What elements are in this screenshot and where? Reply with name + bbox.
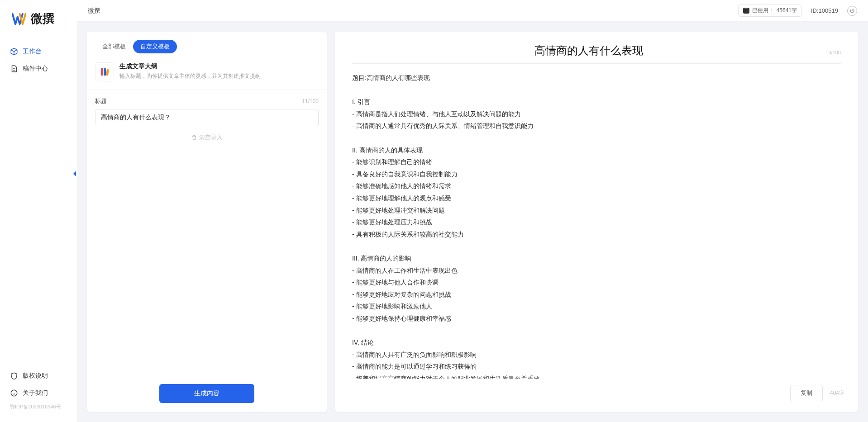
nav-about[interactable]: 关于我们 xyxy=(0,384,77,402)
template-tabs: 全部模板 自定义模板 xyxy=(95,40,319,53)
icp-text: 鄂ICP备2022016946号 xyxy=(0,402,77,412)
user-id: ID:100519 xyxy=(811,7,838,14)
svg-rect-2 xyxy=(104,68,106,76)
template-icon xyxy=(95,62,114,81)
sidebar-bottom: 版权说明 关于我们 鄂ICP备2022016946号 xyxy=(0,367,77,422)
article-footer: 复制 404字 xyxy=(335,379,858,412)
nav-label: 工作台 xyxy=(23,47,42,56)
clear-input-button[interactable]: 清空录入 xyxy=(95,133,319,142)
output-panel: 高情商的人有什么表现 10/100 题目:高情商的人有哪些表现 I. 引言 - … xyxy=(335,32,858,412)
text-chip-icon: T xyxy=(743,8,749,14)
nav-main: 工作台 稿件中心 xyxy=(0,39,77,81)
word-count: 404字 xyxy=(830,389,844,397)
logo-text: 微撰 xyxy=(31,11,54,27)
field-label-title: 标题 xyxy=(95,97,107,105)
generate-button[interactable]: 生成内容 xyxy=(159,384,254,403)
left-actions: 生成内容 xyxy=(87,375,327,412)
field-counter: 11/100 xyxy=(302,98,319,104)
nav-label: 稿件中心 xyxy=(23,65,48,73)
nav-copyright[interactable]: 版权说明 xyxy=(0,367,77,384)
article-title[interactable]: 高情商的人有什么表现 xyxy=(352,43,825,58)
main-area: 全部模板 自定义模板 生成文章大纲 输入标题，为你提供文章主体的灵感，并为其创建… xyxy=(77,22,868,422)
topbar: 微撰 T 已使用： 45641字 ID:100519 xyxy=(77,0,868,22)
tab-all-templates[interactable]: 全部模板 xyxy=(95,40,133,53)
shield-icon xyxy=(10,372,18,380)
info-icon xyxy=(10,389,18,397)
article-title-counter: 10/100 xyxy=(825,50,841,55)
sidebar: 微撰 工作台 稿件中心 版权说明 关于我们 鄂ICP备2022016946号 xyxy=(0,0,77,422)
template-title: 生成文章大纲 xyxy=(119,62,261,71)
cube-icon xyxy=(10,47,18,56)
power-button[interactable] xyxy=(847,6,857,16)
breadcrumb: 微撰 xyxy=(88,7,100,15)
article-header: 高情商的人有什么表现 10/100 xyxy=(335,32,858,67)
svg-rect-1 xyxy=(101,68,103,76)
copy-button[interactable]: 复制 xyxy=(790,385,823,401)
nav-label: 版权说明 xyxy=(23,372,48,380)
article-body[interactable]: 题目:高情商的人有哪些表现 I. 引言 - 高情商是指人们处理情绪、与他人互动以… xyxy=(335,67,858,379)
template-card: 生成文章大纲 输入标题，为你提供文章主体的灵感，并为其创建推文提纲 xyxy=(87,58,327,90)
nav-drafts[interactable]: 稿件中心 xyxy=(0,60,77,77)
document-icon xyxy=(10,65,18,73)
logo: 微撰 xyxy=(0,11,77,39)
nav-workspace[interactable]: 工作台 xyxy=(0,43,77,60)
usage-badge[interactable]: T 已使用： 45641字 xyxy=(738,5,802,17)
template-desc: 输入标题，为你提供文章主体的灵感，并为其创建推文提纲 xyxy=(119,72,261,80)
trash-icon xyxy=(191,134,197,141)
topbar-right: T 已使用： 45641字 ID:100519 xyxy=(738,5,858,17)
svg-rect-3 xyxy=(106,69,109,76)
usage-label: 已使用： xyxy=(752,7,774,14)
config-panel: 全部模板 自定义模板 生成文章大纲 输入标题，为你提供文章主体的灵感，并为其创建… xyxy=(87,32,327,412)
books-icon xyxy=(99,66,110,77)
title-input[interactable] xyxy=(95,109,319,126)
logo-icon xyxy=(12,12,26,26)
tab-custom-templates[interactable]: 自定义模板 xyxy=(133,40,177,53)
power-icon xyxy=(849,8,855,14)
nav-label: 关于我们 xyxy=(23,389,48,397)
form-area: 标题 11/100 清空录入 xyxy=(87,90,327,149)
usage-value: 45641字 xyxy=(777,7,797,14)
